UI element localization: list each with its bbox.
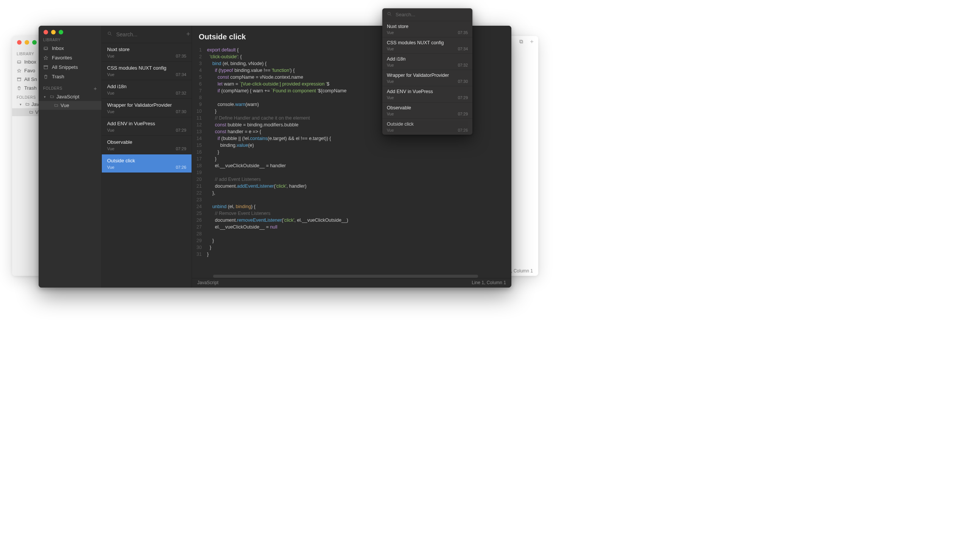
search-icon bbox=[387, 12, 392, 18]
snippet-item[interactable]: Add i18n Vue07:32 bbox=[102, 80, 191, 99]
folder-icon bbox=[29, 110, 34, 114]
chevron-down-icon: ▾ bbox=[20, 103, 23, 106]
code-line: bind (el, binding, vNode) { bbox=[207, 60, 266, 67]
trash-icon bbox=[43, 74, 48, 80]
folders-header: FOLDERS + bbox=[38, 81, 102, 92]
sidebar-label: Favo bbox=[24, 68, 35, 73]
snippet-title: Add ENV in VuePress bbox=[107, 121, 186, 126]
code-line: }, bbox=[207, 189, 215, 196]
line-number: 13 bbox=[192, 128, 207, 135]
snippet-tag: Vue bbox=[107, 54, 114, 58]
add-snippet-icon[interactable]: + bbox=[186, 30, 190, 38]
add-folder-icon[interactable]: + bbox=[93, 85, 97, 91]
code-line: binding.value(e) bbox=[207, 142, 254, 149]
popover-search-row bbox=[382, 8, 472, 21]
snippet-list: + Nuxt store Vue07:35CSS modules NUXT co… bbox=[102, 26, 192, 287]
code-line: unbind (el, binding) { bbox=[207, 203, 255, 210]
line-number: 22 bbox=[192, 189, 207, 196]
popover-item[interactable]: Wrapper for ValidatorProvider Vue07:30 bbox=[382, 70, 472, 86]
popover-item-title: Outside click bbox=[387, 121, 468, 127]
popover-item[interactable]: Outside click Vue07:26 bbox=[382, 119, 472, 135]
minimize-icon[interactable] bbox=[51, 30, 56, 35]
minimize-icon[interactable] bbox=[25, 40, 29, 45]
status-language[interactable]: JavaScript bbox=[197, 280, 218, 285]
snippet-item[interactable]: Outside click Vue07:26 bbox=[102, 155, 191, 173]
code-line: el.__vueClickOutside__ = handler bbox=[207, 162, 286, 169]
code-line: if (compName) { warn += `Found in compon… bbox=[207, 87, 347, 94]
code-line: } bbox=[207, 237, 214, 244]
line-number: 19 bbox=[192, 169, 207, 176]
horizontal-scrollbar[interactable] bbox=[213, 275, 478, 278]
search-icon bbox=[107, 31, 112, 38]
light-toolbar bbox=[519, 39, 534, 46]
snippet-tag: Vue bbox=[107, 128, 114, 133]
popover-item-tag: Vue bbox=[387, 128, 394, 133]
svg-rect-0 bbox=[17, 78, 21, 81]
line-number: 14 bbox=[192, 135, 207, 142]
line-number: 21 bbox=[192, 183, 207, 189]
snippet-time: 07:34 bbox=[176, 72, 186, 77]
maximize-icon[interactable] bbox=[32, 40, 37, 45]
copy-icon[interactable] bbox=[519, 39, 524, 46]
sidebar-label: Inbox bbox=[24, 59, 36, 65]
inbox-icon bbox=[43, 46, 48, 51]
folder-vue[interactable]: Vue bbox=[38, 101, 102, 110]
line-number: 12 bbox=[192, 121, 207, 128]
snippet-tag: Vue bbox=[107, 146, 114, 151]
snippet-tag: Vue bbox=[107, 91, 114, 95]
star-icon bbox=[43, 55, 48, 61]
sidebar-item-favorites[interactable]: Favorites bbox=[38, 53, 102, 62]
popover-item-tag: Vue bbox=[387, 30, 394, 35]
line-number: 1 bbox=[192, 47, 207, 53]
snippet-title: Outside click bbox=[107, 158, 186, 163]
snippet-item[interactable]: Observable Vue07:29 bbox=[102, 136, 191, 155]
chevron-down-icon: ▾ bbox=[44, 95, 48, 99]
snippet-item[interactable]: Nuxt store Vue07:35 bbox=[102, 43, 191, 61]
code-line: // Remove Event Listeners bbox=[207, 210, 270, 217]
folder-icon bbox=[54, 103, 59, 108]
popover-item-title: Observable bbox=[387, 105, 468, 110]
snippet-tag: Vue bbox=[107, 110, 114, 114]
snippet-time: 07:29 bbox=[176, 146, 186, 151]
popover-item-title: Add i18n bbox=[387, 56, 468, 61]
dark-sidebar: LIBRARY Inbox Favorites All Snippets Tra… bbox=[38, 26, 102, 287]
line-number: 15 bbox=[192, 142, 207, 149]
popover-search-input[interactable] bbox=[396, 12, 468, 17]
folder-javascript[interactable]: ▾JavaScript bbox=[38, 92, 102, 101]
popover-item-tag: Vue bbox=[387, 63, 394, 67]
line-number: 18 bbox=[192, 162, 207, 169]
search-row: + bbox=[102, 26, 191, 43]
popover-item-time: 07:32 bbox=[458, 63, 468, 67]
snippet-tag: Vue bbox=[107, 165, 114, 169]
sidebar-item-all-snippets[interactable]: All Snippets bbox=[38, 62, 102, 72]
line-number: 24 bbox=[192, 203, 207, 210]
popover-item-title: Wrapper for ValidatorProvider bbox=[387, 73, 468, 78]
svg-rect-2 bbox=[520, 40, 522, 42]
sidebar-item-inbox[interactable]: Inbox bbox=[38, 43, 102, 53]
sidebar-item-trash[interactable]: Trash bbox=[38, 72, 102, 81]
folder-label: JavaScript bbox=[57, 94, 80, 100]
folder-icon bbox=[50, 95, 55, 99]
code-line: if (bubble || (!el.contains(e.target) &&… bbox=[207, 135, 331, 142]
snippet-item[interactable]: Wrapper for ValidatorProvider Vue07:30 bbox=[102, 99, 191, 117]
snippet-item[interactable]: CSS modules NUXT config Vue07:34 bbox=[102, 61, 191, 80]
line-number: 27 bbox=[192, 224, 207, 231]
snippet-time: 07:29 bbox=[176, 128, 186, 133]
popover-item[interactable]: Nuxt store Vue07:35 bbox=[382, 21, 472, 37]
snippet-item[interactable]: Add ENV in VuePress Vue07:29 bbox=[102, 117, 191, 136]
line-number: 3 bbox=[192, 60, 207, 67]
popover-item[interactable]: CSS modules NUXT config Vue07:34 bbox=[382, 37, 472, 54]
popover-item[interactable]: Add ENV in VuePress Vue07:29 bbox=[382, 86, 472, 103]
trash-icon bbox=[17, 85, 22, 90]
popover-item[interactable]: Observable Vue07:29 bbox=[382, 103, 472, 119]
line-number: 2 bbox=[192, 53, 207, 60]
svg-rect-1 bbox=[521, 41, 523, 43]
code-line: export default { bbox=[207, 47, 238, 53]
close-icon[interactable] bbox=[17, 40, 22, 45]
close-icon[interactable] bbox=[43, 30, 48, 35]
popover-item-time: 07:34 bbox=[458, 47, 468, 51]
search-input[interactable] bbox=[116, 32, 182, 37]
maximize-icon[interactable] bbox=[59, 30, 63, 35]
popover-item[interactable]: Add i18n Vue07:32 bbox=[382, 54, 472, 70]
plus-icon[interactable] bbox=[529, 39, 534, 46]
